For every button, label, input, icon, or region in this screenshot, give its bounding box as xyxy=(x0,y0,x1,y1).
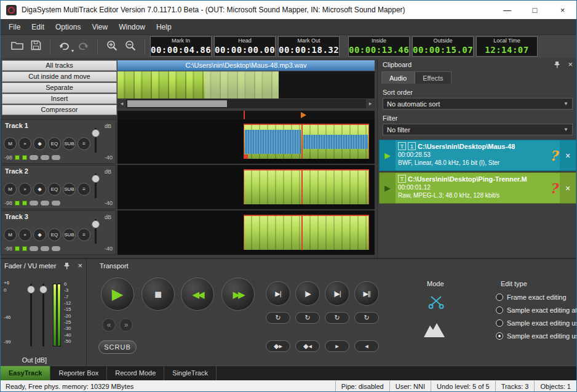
scroll-right-arrow[interactable]: ▸ xyxy=(366,99,375,108)
radio-sample-exact-3[interactable]: Sample exact editing us xyxy=(496,332,577,340)
tab-reporter-box[interactable]: Reporter Box xyxy=(50,366,107,380)
fader-vu-close-icon[interactable]: × xyxy=(78,262,82,270)
save-button[interactable] xyxy=(26,39,45,55)
tab-record-mode[interactable]: Record Mode xyxy=(107,366,164,380)
pin-icon[interactable] xyxy=(63,262,70,270)
audio-clip[interactable] xyxy=(244,215,302,250)
remove-item-button[interactable]: × xyxy=(560,173,576,203)
track-fader-knob[interactable] xyxy=(92,129,100,137)
fader-knob[interactable] xyxy=(27,286,35,294)
track-fader-knob[interactable] xyxy=(92,220,100,228)
tab-easytrack[interactable]: EasyTrack xyxy=(1,366,50,380)
mute-button[interactable]: M xyxy=(4,228,17,241)
mute-button[interactable]: M xyxy=(4,183,17,196)
audio-clip[interactable] xyxy=(302,215,369,250)
menu-view[interactable]: View xyxy=(86,23,113,31)
track-menu-button[interactable]: ≡ xyxy=(78,137,90,150)
sort-order-select[interactable]: No automatic sort ▼ xyxy=(383,98,573,110)
radio-sample-exact-1[interactable]: Sample exact editing at xyxy=(496,306,577,314)
open-file-button[interactable] xyxy=(8,39,26,55)
remove-item-button[interactable]: × xyxy=(560,140,576,170)
clipboard-close-icon[interactable]: × xyxy=(568,60,573,68)
clipboard-item[interactable]: ▶ T 1 C:\Users\nin\Desktop\Maus-48 00:00… xyxy=(379,140,576,171)
menu-options[interactable]: Options xyxy=(50,23,86,31)
scrub-button[interactable]: SCRUB xyxy=(98,340,137,354)
loop-button[interactable]: ↻ xyxy=(266,312,290,324)
radio-icon[interactable] xyxy=(496,319,503,327)
tab-effects[interactable]: Effects xyxy=(415,71,451,84)
next-button[interactable]: » xyxy=(119,318,133,332)
fast-forward-button[interactable]: ▶▶ xyxy=(221,278,255,311)
edit-forward-button[interactable]: ◆▸ xyxy=(266,340,290,352)
eq-button[interactable]: EQ xyxy=(48,228,61,241)
overview-scrollbar[interactable]: ◂ ▸ xyxy=(117,99,375,108)
track-fader-knob[interactable] xyxy=(92,175,100,183)
play-item-button[interactable]: ▶ xyxy=(380,140,396,170)
playhead-marker[interactable] xyxy=(244,111,245,119)
fader-knob[interactable] xyxy=(39,286,47,294)
rewind-button[interactable]: ◀◀ xyxy=(181,278,214,311)
radio-icon[interactable] xyxy=(496,332,503,340)
track-lane[interactable] xyxy=(117,210,375,255)
cross-button[interactable]: × xyxy=(18,228,31,241)
redo-button[interactable] xyxy=(74,39,92,55)
menu-edit[interactable]: Edit xyxy=(26,23,50,31)
loop-button[interactable]: ↻ xyxy=(295,312,320,324)
scroll-left-arrow[interactable]: ◂ xyxy=(117,99,126,108)
overview-selection[interactable] xyxy=(205,71,279,98)
track-fader[interactable] xyxy=(95,128,97,153)
audio-clip[interactable] xyxy=(302,169,369,204)
close-button[interactable]: × xyxy=(549,1,576,19)
undo-button[interactable]: ▾ xyxy=(55,39,74,55)
timeline-ruler[interactable] xyxy=(117,111,375,119)
sub-button[interactable]: SUB xyxy=(63,183,76,196)
radio-sample-exact-2[interactable]: Sample exact editing us xyxy=(496,319,577,327)
scissors-icon[interactable] xyxy=(428,295,444,310)
pan-button[interactable]: ◆ xyxy=(33,183,46,196)
palette-button-insert[interactable]: Insert xyxy=(2,94,117,104)
play-between-button[interactable]: |▶| xyxy=(325,281,349,306)
tab-singletrack[interactable]: SingleTrack xyxy=(164,366,217,380)
loop-button[interactable]: ↻ xyxy=(325,312,349,324)
play-over-button[interactable]: ▶|| xyxy=(354,281,379,306)
track-lane[interactable] xyxy=(117,165,375,209)
cross-button[interactable]: × xyxy=(18,137,31,150)
play-button[interactable]: ▶ xyxy=(101,278,134,311)
track-fader[interactable] xyxy=(95,219,97,244)
radio-frame-exact[interactable]: Frame exact editing xyxy=(496,294,567,301)
menu-file[interactable]: File xyxy=(3,23,26,31)
tab-audio[interactable]: Audio xyxy=(381,71,415,84)
output-fader-right[interactable] xyxy=(42,284,44,346)
play-to-in-button[interactable]: ▶| xyxy=(266,281,290,306)
overview-waveform[interactable] xyxy=(117,71,375,98)
maximize-button[interactable]: □ xyxy=(521,1,549,19)
edit-backward-button[interactable]: ◆◂ xyxy=(295,340,320,352)
eq-button[interactable]: EQ xyxy=(48,137,61,150)
zoom-in-button[interactable] xyxy=(103,39,121,55)
zoom-out-button[interactable] xyxy=(121,39,140,55)
pin-icon[interactable] xyxy=(554,61,560,68)
crossfade-icon[interactable] xyxy=(423,322,445,338)
menu-window[interactable]: Window xyxy=(113,23,151,31)
sub-button[interactable]: SUB xyxy=(63,228,76,241)
audio-clip[interactable] xyxy=(244,124,302,159)
play-from-in-button[interactable]: |▶ xyxy=(295,281,320,306)
track-menu-button[interactable]: ≡ xyxy=(78,228,90,241)
overview-file-header[interactable]: C:\Users\nin\Desktop\Maus-48.mp3.wav xyxy=(117,60,375,71)
pan-button[interactable]: ◆ xyxy=(33,137,46,150)
scrollbar-thumb[interactable] xyxy=(127,100,227,107)
mute-button[interactable]: M xyxy=(4,137,17,150)
palette-button-all-tracks[interactable]: All tracks xyxy=(2,60,117,71)
nudge-right-button[interactable]: ▸ xyxy=(325,340,349,352)
clipboard-item[interactable]: ▶ T C:\Users\nin\Desktop\Ping-Trenner.M … xyxy=(379,172,576,204)
output-fader-left[interactable] xyxy=(30,284,32,346)
minimize-button[interactable]: — xyxy=(493,1,521,19)
track-lane[interactable] xyxy=(117,119,375,164)
stop-button[interactable]: ■ xyxy=(141,278,175,311)
locator-marker[interactable] xyxy=(301,112,306,118)
eq-button[interactable]: EQ xyxy=(48,183,61,196)
previous-button[interactable]: « xyxy=(102,318,116,332)
audio-clip[interactable] xyxy=(302,124,369,159)
sub-button[interactable]: SUB xyxy=(63,137,76,150)
palette-button-cut-inside-and-move[interactable]: Cut inside and move xyxy=(2,71,117,82)
